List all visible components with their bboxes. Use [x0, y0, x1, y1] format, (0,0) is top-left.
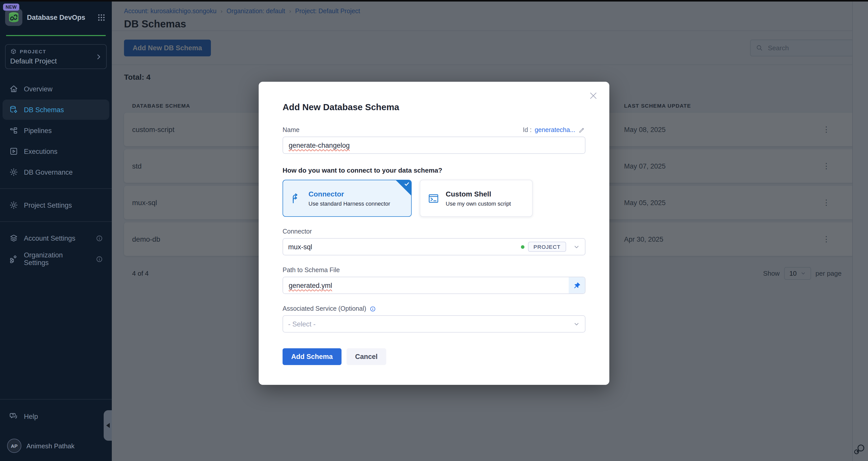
layers-icon [9, 233, 18, 243]
home-icon [9, 84, 18, 94]
sidebar-item-pipelines[interactable]: Pipelines [3, 120, 109, 141]
sidebar-item-label: Overview [24, 85, 53, 93]
sidebar-item-label: Project Settings [24, 201, 72, 209]
option-subtitle: Use standard Harness connector [308, 201, 390, 207]
add-schema-modal: Add New Database Schema Name Id : genera… [259, 82, 609, 385]
sidebar-item-label: Executions [24, 147, 57, 155]
app-switcher-icon[interactable] [97, 13, 106, 22]
user-name: Animesh Pathak [26, 442, 74, 450]
connection-question: How do you want to connect to your data … [283, 167, 585, 174]
sidebar-nav: Overview DB Schemas [0, 78, 112, 270]
project-selector[interactable]: PROJECT Default Project [5, 44, 107, 69]
sidebar-item-executions[interactable]: Executions [3, 141, 109, 161]
info-icon[interactable] [369, 305, 376, 312]
connector-select[interactable]: mux-sql PROJECT [283, 238, 585, 255]
option-custom-shell[interactable]: Custom Shell Use my own custom script [420, 180, 533, 217]
add-schema-submit-button[interactable]: Add Schema [283, 348, 342, 365]
sidebar: NEW Database DevOps [0, 2, 112, 461]
option-title: Custom Shell [446, 190, 511, 198]
pipelines-icon [9, 126, 18, 135]
window-top-strip [0, 0, 868, 2]
connector-label: Connector [283, 228, 312, 235]
connector-branch-icon [290, 192, 302, 204]
associated-service-select[interactable]: - Select - [283, 315, 585, 333]
scope-badge: PROJECT [528, 242, 566, 252]
service-placeholder: - Select - [288, 320, 316, 328]
settings-gear-icon [9, 200, 18, 210]
edit-pencil-icon[interactable] [578, 126, 585, 134]
project-name: Default Project [10, 57, 102, 65]
path-input-group: generated.yml [283, 277, 585, 294]
sidebar-item-label: Account Settings [24, 234, 75, 242]
project-scope-label: PROJECT [20, 49, 46, 54]
sidebar-item-label: Organization Settings [24, 251, 84, 267]
executions-icon [9, 146, 18, 156]
user-menu[interactable]: AP Animesh Pathak [0, 434, 112, 461]
connection-options: Connector Use standard Harness connector… [283, 180, 585, 217]
sidebar-divider [0, 399, 112, 400]
brand-accent-rule [6, 35, 106, 36]
sidebar-divider [0, 188, 112, 189]
chevron-right-icon [95, 53, 102, 60]
product-name: Database DevOps [27, 13, 97, 21]
sidebar-item-label: DB Schemas [24, 106, 64, 113]
help-label: Help [24, 413, 38, 420]
avatar: AP [7, 439, 21, 453]
cube-icon [10, 48, 17, 55]
info-icon[interactable] [96, 234, 103, 242]
id-prefix: Id : [523, 126, 532, 134]
sidebar-item-overview[interactable]: Overview [3, 79, 109, 99]
id-value-link[interactable]: generatecha... [535, 126, 575, 134]
pin-runtime-icon[interactable] [569, 277, 585, 293]
sidebar-item-db-schemas[interactable]: DB Schemas [3, 100, 109, 120]
service-label: Associated Service (Optional) [283, 305, 366, 312]
help-chat-icon [9, 411, 18, 421]
sidebar-item-help[interactable]: Help [3, 406, 109, 426]
path-input[interactable]: generated.yml [283, 277, 569, 293]
sidebar-item-project-settings[interactable]: Project Settings [3, 195, 109, 215]
name-input-value: generate-changelog [289, 141, 350, 149]
sidebar-divider [0, 221, 112, 222]
name-label: Name [283, 126, 300, 134]
connector-value: mux-sql [288, 243, 312, 251]
cancel-button[interactable]: Cancel [347, 348, 386, 365]
new-badge: NEW [3, 4, 19, 11]
modal-title: Add New Database Schema [283, 82, 585, 113]
db-schema-icon [9, 105, 18, 114]
option-subtitle: Use my own custom script [446, 201, 511, 207]
info-icon[interactable] [96, 255, 103, 263]
sidebar-item-label: DB Governance [24, 168, 73, 176]
sidebar-header: NEW Database DevOps [0, 2, 112, 31]
sidebar-item-db-governance[interactable]: DB Governance [3, 162, 109, 182]
terminal-icon [427, 192, 440, 204]
close-icon[interactable] [588, 91, 598, 101]
option-title: Connector [308, 190, 390, 198]
collapse-arrow-icon [106, 423, 110, 428]
gear-icon [9, 167, 18, 177]
path-input-value: generated.yml [289, 282, 332, 289]
sidebar-item-label: Pipelines [24, 127, 52, 134]
product-logo: NEW [5, 9, 22, 26]
name-input[interactable]: generate-changelog [283, 137, 585, 154]
sidebar-collapse-handle[interactable] [104, 410, 112, 441]
app-window: NEW Database DevOps [0, 0, 868, 461]
status-dot [521, 245, 524, 249]
option-connector[interactable]: Connector Use standard Harness connector [283, 180, 412, 217]
sidebar-item-organization-settings[interactable]: Organization Settings [3, 249, 109, 269]
path-label: Path to Schema File [283, 267, 340, 274]
org-hierarchy-icon [9, 254, 18, 264]
sidebar-item-account-settings[interactable]: Account Settings [3, 228, 109, 248]
check-icon [404, 181, 410, 187]
database-devops-logo-icon [7, 11, 20, 24]
chevron-down-icon [573, 321, 580, 327]
chevron-down-icon [573, 243, 580, 250]
